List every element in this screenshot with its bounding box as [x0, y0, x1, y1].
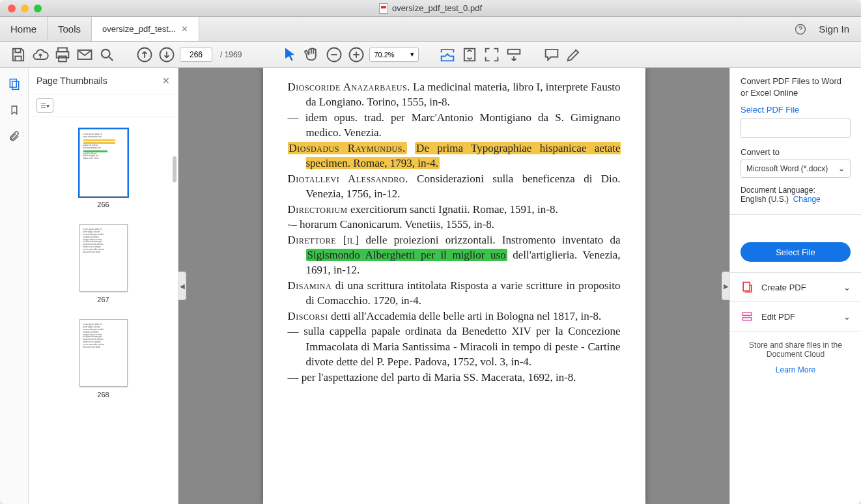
tab-tools[interactable]: Tools [48, 17, 92, 41]
learn-more-link[interactable]: Learn More [741, 365, 851, 374]
thumbnail-label: 268 [97, 391, 109, 399]
thumbnail-label: 266 [97, 201, 109, 208]
cloud-upload-icon[interactable] [31, 46, 49, 64]
thumbnail-image: Lorem ipsum dolor sitamet adipis elit se… [79, 224, 128, 292]
close-tab-icon[interactable]: ✕ [181, 24, 188, 34]
entry-head: Diotallevi Alessandro. [288, 173, 408, 185]
entry-text: exercitiorum sancti Ignatii. Romae, 1591… [348, 203, 558, 216]
maximize-window-button[interactable] [34, 5, 42, 12]
help-icon[interactable] [794, 23, 807, 36]
window-title: oversize_pdf_test_0.pdf [379, 3, 482, 14]
entry-head: Diosdadus Raymundus. [289, 142, 406, 154]
window-title-text: oversize_pdf_test_0.pdf [392, 3, 482, 13]
thumbnails-header: Page Thumbnails ✕ [29, 68, 178, 94]
zoom-in-icon[interactable] [347, 46, 365, 64]
prev-page-icon[interactable] [135, 46, 154, 64]
collapse-right-icon[interactable]: ▶ [722, 272, 729, 300]
select-file-button[interactable]: Select File [741, 242, 851, 262]
tab-document-label: oversize_pdf_test... [102, 24, 176, 34]
thumbnails-rail-icon[interactable] [7, 77, 21, 91]
entry-text: horarum Canonicarum. Venetiis, 1555, in-… [300, 218, 494, 231]
search-icon[interactable] [98, 46, 116, 64]
thumbnails-panel: Page Thumbnails ✕ ☰▾ Lorem ipsum dolor s… [29, 68, 178, 504]
selection-tool-icon[interactable] [281, 46, 299, 64]
next-page-icon[interactable] [158, 46, 176, 64]
svg-rect-14 [743, 283, 750, 291]
convert-to-label: Convert to [741, 147, 851, 157]
create-pdf-label: Create PDF [761, 283, 806, 292]
entry-text: per l'aspettazione del parto di Maria SS… [302, 371, 576, 384]
svg-rect-11 [508, 49, 520, 53]
tab-document[interactable]: oversize_pdf_test... ✕ [92, 17, 199, 41]
create-pdf-icon [741, 281, 754, 294]
entry-text: sulla cappella papale ordinata da Benede… [303, 325, 620, 368]
read-mode-icon[interactable] [505, 46, 523, 64]
thumbnail-266[interactable]: Lorem ipsum dolor sitamet consectetur li… [79, 129, 128, 208]
entry-text: idem opus. trad. per Marc'Antonio Montig… [305, 111, 621, 139]
fit-page-icon[interactable] [460, 46, 479, 64]
app-window: oversize_pdf_test_0.pdf Home Tools overs… [0, 0, 861, 504]
svg-rect-13 [12, 81, 18, 89]
hand-tool-icon[interactable] [303, 46, 321, 64]
sign-in-link[interactable]: Sign In [819, 23, 849, 35]
attachments-rail-icon[interactable] [7, 129, 21, 143]
highlight-icon[interactable] [565, 46, 583, 64]
thumbnail-options-icon[interactable]: ☰▾ [36, 98, 53, 113]
zoom-out-icon[interactable] [325, 46, 343, 64]
tab-home[interactable]: Home [0, 17, 48, 41]
page-total-label: / 1969 [220, 50, 242, 59]
minimize-window-button[interactable] [21, 5, 29, 12]
chevron-down-icon: ⌄ [843, 283, 851, 292]
entry-head: Direttore [il] [288, 234, 360, 246]
cloud-promo-text: Store and share files in the Document Cl… [749, 341, 842, 359]
convert-format-value: Microsoft Word (*.docx) [746, 164, 828, 173]
entry-head: Directorium [288, 203, 348, 216]
create-pdf-tool[interactable]: Create PDF ⌄ [730, 273, 861, 302]
collapse-left-icon[interactable]: ◀ [178, 272, 186, 300]
titlebar: oversize_pdf_test_0.pdf [0, 0, 861, 17]
save-icon[interactable] [9, 46, 27, 64]
convert-format-select[interactable]: Microsoft Word (*.docx) ⌄ [741, 160, 851, 178]
export-heading: Convert PDF Files to Word or Excel Onlin… [741, 76, 851, 98]
svg-rect-12 [10, 79, 16, 88]
thumbnail-267[interactable]: Lorem ipsum dolor sitamet adipis elit se… [79, 224, 128, 303]
export-pdf-section: Convert PDF Files to Word or Excel Onlin… [730, 68, 861, 215]
fit-width-icon[interactable] [438, 46, 457, 64]
document-viewport[interactable]: ◀ ▶ Dioscoride Anazarbaeus. La medicinal… [178, 68, 729, 504]
lang-label: Document Language: [741, 186, 815, 195]
select-pdf-link[interactable]: Select PDF File [741, 105, 851, 115]
pdf-file-box[interactable] [741, 119, 851, 138]
header-row: Home Tools oversize_pdf_test... ✕ Sign I… [0, 17, 861, 42]
email-icon[interactable] [76, 46, 94, 64]
lang-value: English (U.S.) [741, 195, 789, 204]
bookmarks-rail-icon[interactable] [7, 103, 21, 117]
entry-head: Disamina [288, 279, 332, 292]
thumbnails-options: ☰▾ [29, 94, 178, 117]
comment-icon[interactable] [543, 46, 561, 64]
page-number-input[interactable] [180, 48, 212, 62]
chevron-down-icon: ▾ [410, 50, 414, 59]
fullscreen-icon[interactable] [483, 46, 501, 64]
close-thumbnails-icon[interactable]: ✕ [162, 76, 170, 86]
edit-pdf-icon [741, 310, 754, 323]
change-lang-link[interactable]: Change [793, 195, 821, 204]
pdf-file-icon [379, 3, 388, 14]
svg-rect-15 [742, 313, 751, 315]
chevron-down-icon: ⌄ [843, 312, 851, 322]
thumbnail-label: 267 [97, 296, 109, 303]
thumbnail-268[interactable]: Lorem ipsum dolor sitamet adipis elit se… [79, 319, 128, 399]
thumbnails-list[interactable]: Lorem ipsum dolor sitamet consectetur li… [29, 117, 178, 504]
edit-pdf-tool[interactable]: Edit PDF ⌄ [730, 302, 861, 331]
scrollbar-thumb[interactable] [173, 156, 176, 182]
print-icon[interactable] [53, 46, 72, 64]
zoom-value: 70.2% [374, 51, 394, 59]
left-rail [0, 68, 29, 504]
close-window-button[interactable] [8, 5, 16, 12]
zoom-selector[interactable]: 70.2% ▾ [369, 48, 419, 62]
thumbnail-image: Lorem ipsum dolor sitamet consectetur li… [79, 129, 128, 197]
svg-point-5 [102, 49, 110, 57]
cloud-promo: Store and share files in the Document Cl… [730, 331, 861, 384]
entry-text: detti all'Accademia delle belle arti in … [328, 310, 601, 322]
body: Page Thumbnails ✕ ☰▾ Lorem ipsum dolor s… [0, 68, 861, 504]
entry-text: delle proiezioni orizzontali. Instroment… [359, 234, 620, 246]
